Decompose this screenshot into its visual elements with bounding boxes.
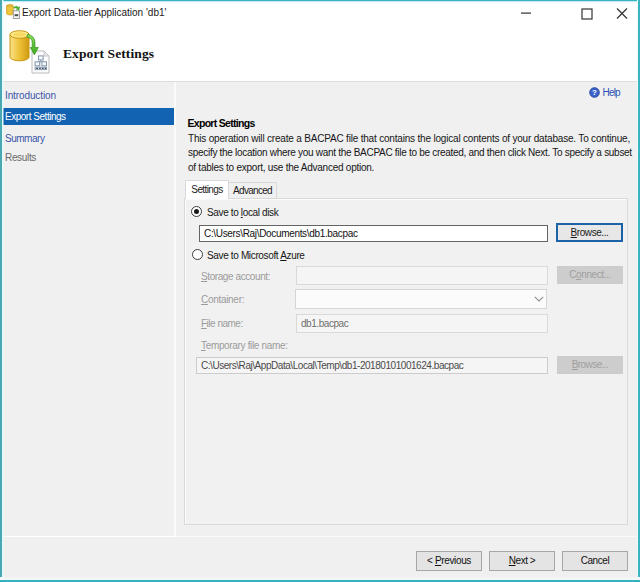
svg-text:?: ?	[592, 88, 597, 97]
